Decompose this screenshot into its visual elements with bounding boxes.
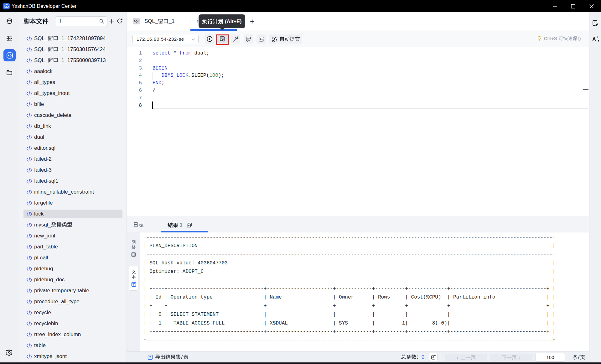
svg-text:A: A bbox=[592, 36, 596, 42]
